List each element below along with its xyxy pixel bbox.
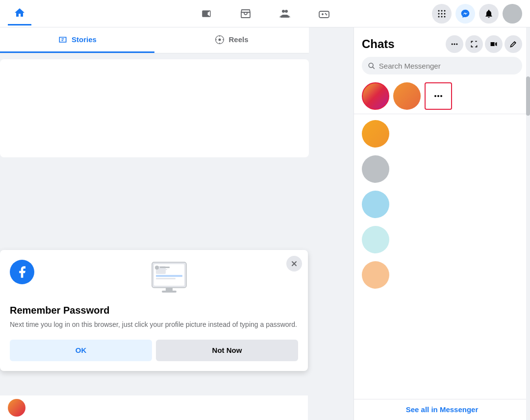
- stories-tab[interactable]: Stories: [0, 27, 154, 53]
- svg-point-10: [438, 10, 440, 11]
- not-now-button[interactable]: Not Now: [156, 340, 298, 361]
- svg-point-20: [219, 38, 221, 41]
- remember-password-dialog: Remember Password Next time you log in o…: [0, 250, 308, 371]
- chat-item[interactable]: [354, 116, 530, 151]
- chats-header: Chats: [354, 27, 530, 57]
- messenger-button[interactable]: [455, 4, 475, 24]
- chat-item-5[interactable]: [354, 257, 530, 293]
- chats-search-input[interactable]: [379, 62, 516, 70]
- gaming-nav-button[interactable]: [304, 2, 344, 25]
- chats-more-button[interactable]: [446, 35, 463, 53]
- close-icon: [290, 260, 298, 268]
- svg-point-28: [155, 266, 159, 270]
- marketplace-icon: [240, 8, 252, 20]
- svg-point-35: [452, 43, 453, 45]
- dialog-title: Remember Password: [10, 305, 298, 316]
- scrollbar-thumb: [526, 76, 530, 116]
- svg-rect-30: [160, 269, 167, 270]
- stories-tab-label: Stories: [72, 35, 97, 44]
- user-avatar[interactable]: [503, 4, 522, 24]
- video-camera-icon: [490, 40, 498, 48]
- svg-rect-33: [166, 288, 173, 291]
- chats-fullscreen-button[interactable]: [465, 35, 483, 53]
- apps-grid-icon: [437, 9, 447, 19]
- chat-avatar-2: [362, 155, 389, 183]
- story-avatar-2[interactable]: [393, 82, 421, 110]
- partial-story-avatar: [8, 399, 25, 417]
- home-nav-button[interactable]: [8, 2, 31, 25]
- svg-point-37: [456, 43, 457, 45]
- reels-tab-label: Reels: [228, 35, 248, 44]
- watch-nav-button[interactable]: [187, 2, 226, 25]
- svg-point-14: [441, 13, 443, 14]
- chats-search-container: [362, 57, 522, 74]
- chats-header-icons: [446, 35, 522, 53]
- nav-right: [432, 4, 522, 24]
- chat-avatar-5: [362, 261, 389, 289]
- story-avatar-1[interactable]: [362, 82, 389, 110]
- facebook-f-icon: [15, 265, 29, 279]
- svg-rect-34: [162, 291, 177, 293]
- nav-left: [8, 2, 31, 25]
- svg-rect-32: [156, 278, 176, 279]
- apps-button[interactable]: [432, 4, 452, 24]
- fullscreen-icon: [470, 40, 478, 48]
- groups-nav-button[interactable]: [265, 2, 304, 25]
- svg-rect-31: [156, 275, 182, 277]
- svg-point-39: [434, 95, 436, 97]
- bottom-partial-content: [0, 395, 308, 420]
- gaming-icon: [318, 8, 330, 20]
- svg-point-38: [369, 63, 373, 68]
- marketplace-nav-button[interactable]: [226, 2, 265, 25]
- chats-more-stories-button[interactable]: [425, 82, 452, 110]
- svg-point-8: [325, 13, 326, 14]
- see-all-messenger-container: See all in Messenger: [354, 399, 530, 420]
- bell-icon: [484, 9, 494, 19]
- svg-point-13: [438, 13, 440, 14]
- svg-rect-29: [160, 267, 170, 268]
- close-dialog-button[interactable]: [286, 256, 302, 272]
- svg-point-36: [454, 43, 455, 45]
- groups-icon: [279, 8, 291, 20]
- svg-point-16: [438, 16, 440, 17]
- svg-point-17: [441, 16, 443, 17]
- svg-point-11: [441, 10, 443, 11]
- ok-button[interactable]: OK: [10, 340, 152, 361]
- reels-tab[interactable]: Reels: [154, 27, 309, 53]
- chat-avatar-3: [362, 191, 389, 218]
- svg-point-4: [285, 10, 288, 13]
- see-all-messenger-link[interactable]: See all in Messenger: [406, 405, 479, 414]
- sidebar-scrollbar[interactable]: [526, 27, 530, 420]
- reels-icon: [215, 35, 225, 45]
- compose-icon: [509, 40, 517, 48]
- svg-point-40: [437, 95, 439, 97]
- svg-point-9: [326, 14, 327, 15]
- stories-icon: [58, 35, 68, 45]
- home-icon: [14, 7, 25, 19]
- dialog-description: Next time you log in on this browser, ju…: [10, 320, 298, 330]
- nav-center: [187, 2, 344, 25]
- monitor-illustration-container: [40, 260, 298, 299]
- chat-item-4[interactable]: [354, 222, 530, 257]
- search-icon: [368, 62, 375, 70]
- ellipsis-icon: [451, 40, 458, 48]
- svg-point-18: [444, 16, 446, 17]
- svg-rect-5: [319, 11, 329, 18]
- stories-area: [0, 59, 309, 157]
- chats-stories-row: [354, 78, 530, 114]
- chats-compose-button[interactable]: [505, 35, 522, 53]
- chats-new-video-button[interactable]: [485, 35, 503, 53]
- svg-point-15: [444, 13, 446, 14]
- facebook-logo: [10, 260, 34, 284]
- chat-list: [354, 114, 530, 399]
- dialog-buttons: OK Not Now: [10, 340, 298, 361]
- chat-item-3[interactable]: [354, 187, 530, 222]
- svg-point-3: [282, 10, 285, 13]
- chat-avatar-4: [362, 226, 389, 253]
- svg-point-12: [444, 10, 446, 11]
- stories-reels-tabs: Stories Reels: [0, 27, 309, 53]
- notifications-button[interactable]: [479, 4, 499, 24]
- ellipsis-h-icon: [433, 91, 443, 101]
- top-navigation: [0, 0, 530, 27]
- chat-item-2[interactable]: [354, 151, 530, 187]
